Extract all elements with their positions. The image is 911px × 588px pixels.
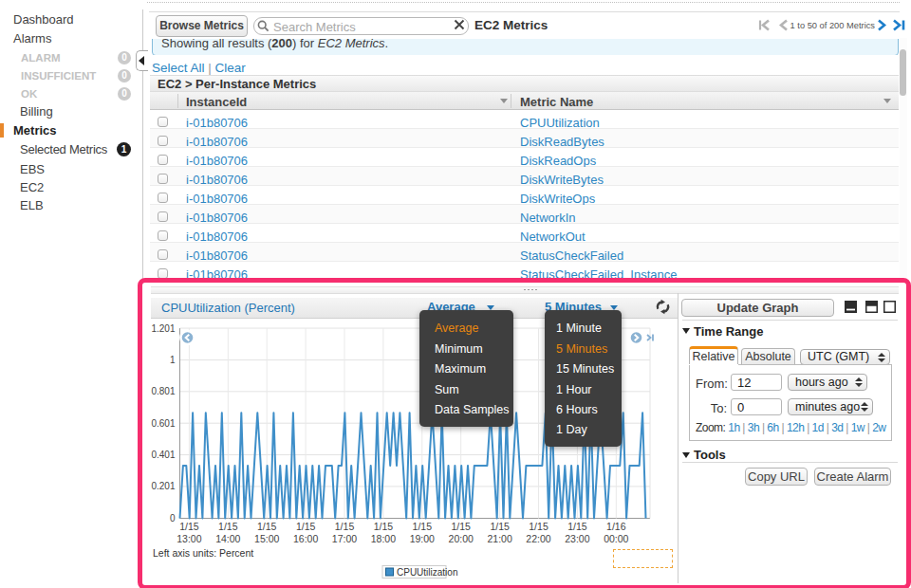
svg-text:17:00: 17:00 (332, 533, 357, 544)
svg-text:00:00: 00:00 (604, 533, 628, 544)
svg-text:1/15: 1/15 (451, 521, 471, 532)
svg-text:1/15: 1/15 (374, 521, 394, 532)
svg-text:1.201: 1.201 (151, 323, 175, 334)
svg-text:CPUUtilization: CPUUtilization (397, 567, 457, 578)
svg-text:0.801: 0.801 (151, 386, 175, 396)
svg-text:16:00: 16:00 (293, 533, 318, 544)
svg-text:1/15: 1/15 (218, 521, 238, 532)
svg-text:0: 0 (170, 513, 176, 524)
svg-text:1/15: 1/15 (413, 521, 433, 532)
svg-text:0.201: 0.201 (151, 481, 175, 491)
svg-text:1/15: 1/15 (529, 521, 548, 532)
svg-text:1/15: 1/15 (296, 521, 316, 532)
svg-text:1/15: 1/15 (335, 521, 355, 532)
svg-text:15:00: 15:00 (254, 533, 279, 544)
svg-text:18:00: 18:00 (371, 533, 396, 544)
svg-text:Left axis units: Percent: Left axis units: Percent (153, 547, 253, 559)
svg-text:20:00: 20:00 (449, 533, 474, 544)
svg-text:22:00: 22:00 (526, 533, 550, 544)
svg-text:1/16: 1/16 (606, 521, 626, 532)
svg-text:14:00: 14:00 (215, 533, 240, 544)
svg-text:1/15: 1/15 (257, 521, 277, 532)
svg-text:21:00: 21:00 (487, 533, 511, 544)
svg-text:0.601: 0.601 (151, 418, 175, 429)
svg-text:1/15: 1/15 (179, 521, 199, 532)
svg-text:1: 1 (170, 355, 176, 365)
svg-text:23:00: 23:00 (565, 533, 589, 544)
svg-text:1/15: 1/15 (567, 521, 587, 532)
svg-text:0.401: 0.401 (151, 450, 175, 460)
svg-text:19:00: 19:00 (410, 533, 435, 544)
svg-text:1/15: 1/15 (490, 521, 510, 532)
svg-text:13:00: 13:00 (177, 533, 201, 544)
